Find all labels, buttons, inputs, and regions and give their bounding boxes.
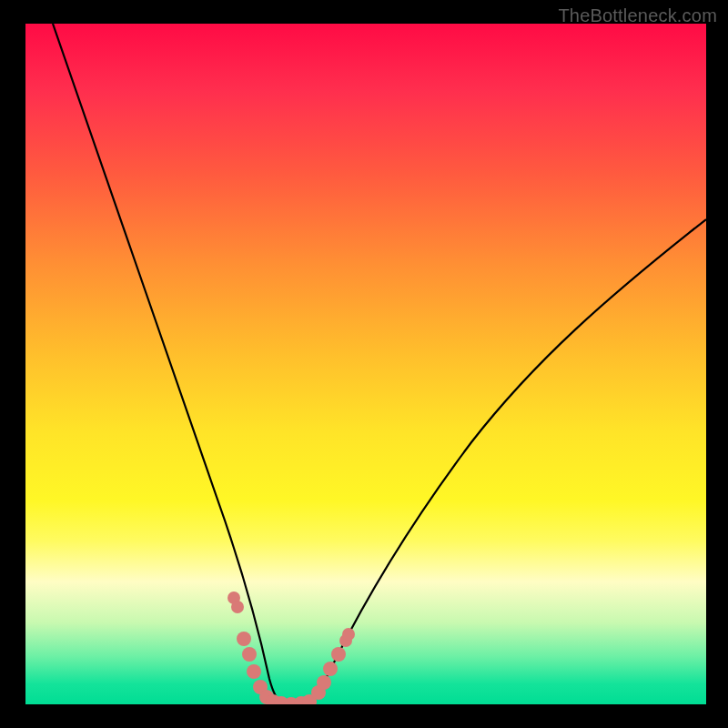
svg-point-17: [342, 628, 355, 641]
marker-cluster-right: [311, 628, 355, 700]
watermark-text: TheBottleneck.com: [558, 5, 717, 26]
svg-point-15: [331, 647, 346, 662]
svg-point-4: [247, 664, 261, 679]
marker-cluster-left: [228, 592, 274, 704]
svg-point-13: [317, 675, 331, 690]
bottleneck-curve: [53, 24, 706, 704]
svg-point-14: [323, 662, 338, 676]
plot-area: [25, 24, 706, 704]
marker-cluster-trough: [266, 694, 317, 704]
chart-frame: TheBottleneck.com: [0, 0, 728, 728]
svg-point-3: [242, 647, 257, 662]
curve-left-branch: [53, 24, 282, 703]
curve-right-branch: [308, 219, 706, 703]
svg-point-1: [231, 601, 244, 613]
curve-overlay: [25, 24, 706, 704]
svg-point-2: [237, 632, 251, 646]
